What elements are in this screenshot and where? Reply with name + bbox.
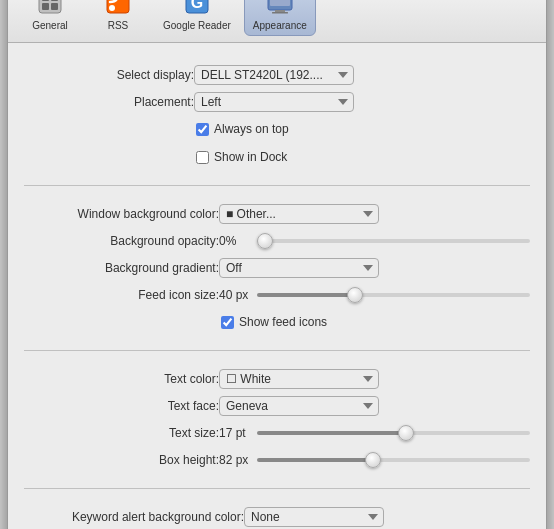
window-bg-color-label: Window background color: xyxy=(24,207,219,221)
keyword-section: Keyword alert background color: None Key… xyxy=(8,497,546,529)
text-color-row: Text color: ☐ White xyxy=(24,368,530,390)
select-display-label: Select display: xyxy=(24,68,194,82)
svg-rect-2 xyxy=(51,0,58,1)
text-face-dropdown[interactable]: Geneva xyxy=(219,396,379,416)
window-bg-color-control: ■ Other... xyxy=(219,204,530,224)
svg-point-6 xyxy=(109,5,115,11)
placement-row: Placement: Left xyxy=(24,91,530,113)
text-color-dropdown[interactable]: ☐ White xyxy=(219,369,379,389)
select-display-control: DELL ST2420L (192.... xyxy=(194,65,530,85)
bg-opacity-row: Background opacity: 0% xyxy=(24,230,530,252)
appearance-label: Appearance xyxy=(253,20,307,31)
feed-icon-size-value: 40 px xyxy=(219,288,251,302)
keyword-bg-color-row: Keyword alert background color: None xyxy=(24,506,530,528)
svg-rect-11 xyxy=(275,10,285,12)
box-height-row: Box height: 82 px xyxy=(24,449,530,471)
select-display-dropdown[interactable]: DELL ST2420L (192.... xyxy=(194,65,354,85)
box-height-control: 82 px xyxy=(219,453,530,467)
always-on-top-checkbox[interactable] xyxy=(196,123,209,136)
text-size-slider[interactable] xyxy=(257,431,530,435)
main-window: Appearance General xyxy=(7,0,547,529)
rss-icon xyxy=(102,0,134,18)
select-display-row: Select display: DELL ST2420L (192.... xyxy=(24,64,530,86)
appearance-icon xyxy=(264,0,296,18)
bg-gradient-row: Background gradient: Off xyxy=(24,257,530,279)
divider-2 xyxy=(24,350,530,351)
bg-opacity-control: 0% xyxy=(219,234,530,248)
show-feed-icons-control: Show feed icons xyxy=(219,311,530,333)
svg-rect-10 xyxy=(270,0,290,6)
divider-1 xyxy=(24,185,530,186)
window-bg-color-row: Window background color: ■ Other... xyxy=(24,203,530,225)
text-color-control: ☐ White xyxy=(219,369,530,389)
svg-rect-1 xyxy=(42,0,49,1)
placement-dropdown[interactable]: Left xyxy=(194,92,354,112)
svg-rect-12 xyxy=(272,12,288,14)
text-section: Text color: ☐ White Text face: Geneva Te… xyxy=(8,359,546,480)
feed-icon-size-label: Feed icon size: xyxy=(24,288,219,302)
keyword-bg-color-dropdown[interactable]: None xyxy=(244,507,384,527)
box-height-label: Box height: xyxy=(24,453,219,467)
bg-gradient-label: Background gradient: xyxy=(24,261,219,275)
rss-label: RSS xyxy=(108,20,129,31)
text-size-control: 17 pt xyxy=(219,426,530,440)
svg-text:G: G xyxy=(191,0,203,11)
show-in-dock-row: Show in Dock xyxy=(194,150,287,164)
general-label: General xyxy=(32,20,68,31)
text-color-label: Text color: xyxy=(24,372,219,386)
text-face-label: Text face: xyxy=(24,399,219,413)
bg-opacity-slider[interactable] xyxy=(257,239,530,243)
toolbar-item-rss[interactable]: RSS xyxy=(86,0,150,36)
toolbar-item-appearance[interactable]: Appearance xyxy=(244,0,316,36)
toolbar-item-google-reader[interactable]: G Google Reader xyxy=(154,0,240,36)
placement-control: Left xyxy=(194,92,530,112)
bg-opacity-label: Background opacity: xyxy=(24,234,219,248)
window-appearance-section: Window background color: ■ Other... Back… xyxy=(8,194,546,342)
text-face-row: Text face: Geneva xyxy=(24,395,530,417)
box-height-value: 82 px xyxy=(219,453,251,467)
text-size-row: Text size: 17 pt xyxy=(24,422,530,444)
svg-rect-4 xyxy=(51,3,58,10)
toolbar-item-general[interactable]: General xyxy=(18,0,82,36)
always-on-top-label[interactable]: Always on top xyxy=(214,122,289,136)
box-height-slider[interactable] xyxy=(257,458,530,462)
google-reader-label: Google Reader xyxy=(163,20,231,31)
google-reader-icon: G xyxy=(181,0,213,18)
text-face-control: Geneva xyxy=(219,396,530,416)
show-feed-icons-checkbox[interactable] xyxy=(221,316,234,329)
show-feed-icons-label[interactable]: Show feed icons xyxy=(239,315,327,329)
show-in-dock-label[interactable]: Show in Dock xyxy=(214,150,287,164)
keyword-bg-color-control: None xyxy=(244,507,530,527)
text-size-value: 17 pt xyxy=(219,426,251,440)
svg-rect-3 xyxy=(42,3,49,10)
bg-gradient-control: Off xyxy=(219,258,530,278)
window-bg-color-dropdown[interactable]: ■ Other... xyxy=(219,204,379,224)
bg-gradient-dropdown[interactable]: Off xyxy=(219,258,379,278)
toolbar: General RSS G Google Reader xyxy=(8,0,546,43)
show-feed-icons-row: Show feed icons xyxy=(24,311,530,333)
feed-icon-size-slider[interactable] xyxy=(257,293,530,297)
checkboxes-control: Always on top Show in Dock xyxy=(194,118,530,168)
divider-3 xyxy=(24,488,530,489)
checkboxes-row: Always on top Show in Dock xyxy=(24,118,530,168)
feed-icon-size-control: 40 px xyxy=(219,288,530,302)
keyword-bg-color-label: Keyword alert background color: xyxy=(24,510,244,524)
placement-label: Placement: xyxy=(24,95,194,109)
display-section: Select display: DELL ST2420L (192.... Pl… xyxy=(8,55,546,177)
always-on-top-row: Always on top xyxy=(194,122,289,136)
text-size-label: Text size: xyxy=(24,426,219,440)
feed-icon-size-row: Feed icon size: 40 px xyxy=(24,284,530,306)
show-in-dock-checkbox[interactable] xyxy=(196,151,209,164)
bg-opacity-value: 0% xyxy=(219,234,251,248)
show-feed-icons-checkbox-row: Show feed icons xyxy=(219,315,327,329)
settings-content: Select display: DELL ST2420L (192.... Pl… xyxy=(8,43,546,529)
general-icon xyxy=(34,0,66,18)
